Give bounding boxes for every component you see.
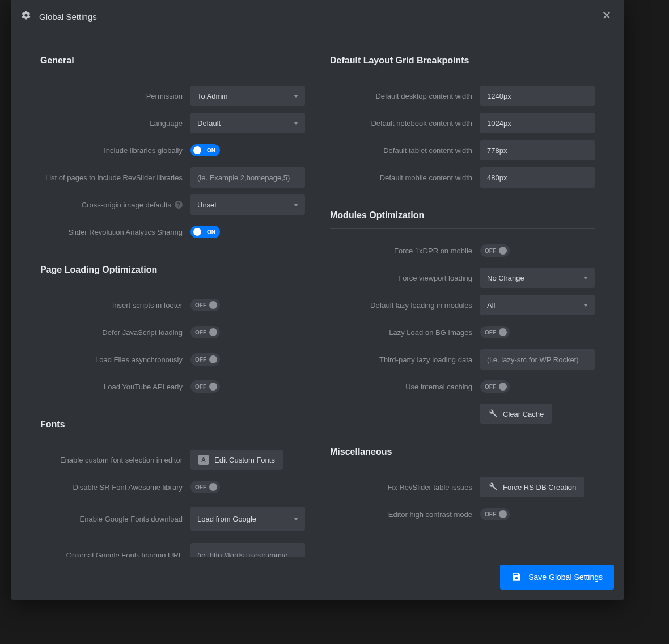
right-column: Default Layout Grid Breakpoints Default …: [330, 56, 595, 545]
edit-custom-fonts-button[interactable]: A Edit Custom Fonts: [190, 450, 283, 470]
input-pages-list[interactable]: [190, 167, 305, 188]
wrench-icon: [488, 482, 497, 493]
label-tablet-width: Default tablet content width: [330, 146, 472, 155]
label-notebook-width: Default notebook content width: [330, 119, 472, 128]
clear-cache-button[interactable]: Clear Cache: [480, 404, 552, 424]
label-mobile-width: Default mobile content width: [330, 173, 472, 182]
section-breakpoints: Default Layout Grid Breakpoints Default …: [330, 56, 595, 188]
label-fix-table: Fix RevSlider table issues: [330, 483, 472, 492]
label-caching: Use internal caching: [330, 383, 472, 391]
save-button[interactable]: Save Global Settings: [500, 565, 614, 590]
section-modules: Modules Optimization Force 1xDPR on mobi…: [330, 210, 595, 424]
label-gf-url: Optional Google Fonts loading URL: [40, 551, 183, 557]
select-google-fonts[interactable]: Load from Google: [190, 507, 305, 531]
input-notebook-width[interactable]: [480, 113, 595, 133]
label-permission: Permission: [40, 92, 183, 100]
left-column: General Permission To Admin Language Def…: [40, 56, 305, 545]
input-mobile-width[interactable]: [480, 167, 595, 188]
modal-footer: Save Global Settings: [11, 557, 624, 600]
select-lazy-default[interactable]: All: [480, 295, 595, 315]
wrench-icon: [488, 409, 497, 420]
label-lazy-bg: Lazy Load on BG Images: [330, 328, 472, 337]
force-db-button[interactable]: Force RS DB Creation: [480, 477, 584, 497]
label-contrast: Editor high contrast mode: [330, 510, 472, 519]
select-cross-origin[interactable]: Unset: [190, 194, 305, 215]
modal-title: Global Settings: [39, 12, 591, 22]
label-lazy-default: Default lazy loading in modules: [330, 301, 472, 310]
section-page-loading: Page Loading Optimization Insert scripts…: [40, 265, 305, 397]
section-title-breakpoints: Default Layout Grid Breakpoints: [330, 56, 595, 74]
section-title-misc: Miscellaneous: [330, 447, 595, 465]
select-language[interactable]: Default: [190, 113, 305, 133]
toggle-youtube-api[interactable]: OFF: [190, 380, 220, 393]
font-icon: A: [198, 455, 209, 465]
toggle-disable-fa[interactable]: OFF: [190, 481, 220, 493]
label-footer-scripts: Insert scripts in footer: [40, 301, 183, 310]
label-async-files: Load Files asynchronously: [40, 355, 183, 364]
label-viewport: Force viewport loading: [330, 274, 472, 282]
section-title-general: General: [40, 56, 305, 74]
toggle-analytics[interactable]: ON: [190, 226, 220, 238]
help-icon[interactable]: ?: [175, 201, 183, 209]
input-third-party[interactable]: [480, 349, 595, 370]
toggle-dpr[interactable]: OFF: [480, 244, 510, 257]
label-third-party: Third-party lazy loading data: [330, 355, 472, 364]
input-tablet-width[interactable]: [480, 140, 595, 160]
toggle-defer-js[interactable]: OFF: [190, 326, 220, 338]
modal-header: Global Settings: [11, 0, 624, 33]
toggle-async-files[interactable]: OFF: [190, 353, 220, 366]
select-viewport[interactable]: No Change: [480, 268, 595, 288]
label-google-fonts: Enable Google Fonts download: [40, 515, 183, 523]
label-language: Language: [40, 119, 183, 128]
section-title-fonts: Fonts: [40, 420, 305, 438]
label-include-libs: Include libraries globally: [40, 146, 183, 155]
toggle-footer-scripts[interactable]: OFF: [190, 299, 220, 311]
toggle-contrast[interactable]: OFF: [480, 508, 510, 520]
input-desktop-width[interactable]: [480, 86, 595, 106]
label-dpr: Force 1xDPR on mobile: [330, 247, 472, 255]
label-cross-origin: Cross-origin image defaults?: [40, 201, 183, 209]
section-misc: Miscellaneous Fix RevSlider table issues…: [330, 447, 595, 524]
close-icon[interactable]: [599, 8, 614, 25]
save-icon: [511, 571, 522, 583]
label-disable-fa: Disable SR Font Awesome library: [40, 483, 183, 492]
section-title-modules: Modules Optimization: [330, 210, 595, 229]
label-defer-js: Defer JavaScript loading: [40, 328, 183, 337]
gear-icon: [21, 10, 31, 23]
modal-body: General Permission To Admin Language Def…: [11, 33, 624, 557]
toggle-include-libs[interactable]: ON: [190, 144, 220, 156]
input-gf-url[interactable]: [190, 543, 305, 557]
label-analytics: Slider Revolution Analytics Sharing: [40, 228, 183, 236]
select-permission[interactable]: To Admin: [190, 86, 305, 106]
section-general: General Permission To Admin Language Def…: [40, 56, 305, 242]
label-youtube-api: Load YouTube API early: [40, 383, 183, 391]
section-title-page-loading: Page Loading Optimization: [40, 265, 305, 283]
label-desktop-width: Default desktop content width: [330, 92, 472, 100]
global-settings-modal: Global Settings General Permission To Ad…: [11, 0, 624, 600]
toggle-caching[interactable]: OFF: [480, 380, 510, 393]
toggle-lazy-bg[interactable]: OFF: [480, 326, 510, 338]
label-pages-list: List of pages to include RevSlider libra…: [40, 173, 183, 182]
section-fonts: Fonts Enable custom font selection in ed…: [40, 420, 305, 557]
label-custom-font: Enable custom font selection in editor: [40, 456, 183, 464]
